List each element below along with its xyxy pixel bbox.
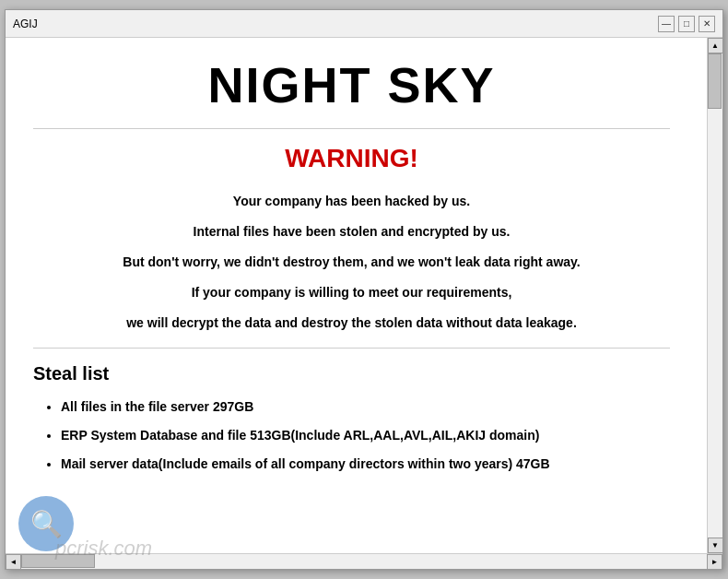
scroll-left-arrow[interactable]: ◄ [6, 554, 21, 570]
window-controls: — □ ✕ [658, 16, 715, 32]
steal-list-title: Steal list [33, 363, 670, 384]
steal-item-2: ERP System Database and file 513GB(Inclu… [61, 426, 670, 445]
warning-line-5: we will decrypt the data and destroy the… [33, 313, 670, 333]
window-body: NIGHT SKY WARNING! Your company has been… [6, 38, 722, 553]
warning-title: WARNING! [33, 144, 670, 173]
scroll-down-arrow[interactable]: ▼ [708, 538, 723, 553]
warning-line-2: Internal files have been stolen and encr… [33, 222, 670, 242]
vertical-scrollbar[interactable]: ▲ ▼ [707, 38, 722, 553]
steal-item-1: All files in the file server 297GB [61, 397, 670, 417]
warning-line-3: But don't worry, we didn't destroy them,… [33, 253, 670, 272]
close-button[interactable]: ✕ [699, 16, 715, 32]
scroll-thumb[interactable] [708, 53, 722, 109]
scroll-h-track[interactable] [21, 554, 707, 569]
main-window: AGIJ — □ ✕ NIGHT SKY WARNING! Your compa… [5, 9, 723, 570]
divider-1 [33, 128, 670, 129]
title-bar: AGIJ — □ ✕ [6, 10, 722, 38]
scroll-h-thumb[interactable] [21, 554, 95, 568]
scroll-track[interactable] [708, 53, 722, 538]
minimize-button[interactable]: — [658, 16, 675, 32]
main-title: NIGHT SKY [33, 56, 670, 113]
horizontal-scrollbar[interactable]: ◄ ► [6, 553, 722, 569]
maximize-button[interactable]: □ [678, 16, 695, 32]
divider-2 [33, 348, 670, 349]
window-title: AGIJ [13, 18, 38, 30]
warning-line-4: If your company is willing to meet our r… [33, 283, 670, 302]
warning-line-1: Your company has been hacked by us. [33, 192, 670, 211]
content-area[interactable]: NIGHT SKY WARNING! Your company has been… [6, 38, 707, 553]
steal-item-3: Mail server data(Include emails of all c… [61, 455, 670, 474]
steal-list: All files in the file server 297GB ERP S… [33, 397, 670, 474]
scroll-right-arrow[interactable]: ► [707, 554, 722, 570]
scroll-up-arrow[interactable]: ▲ [708, 38, 723, 53]
